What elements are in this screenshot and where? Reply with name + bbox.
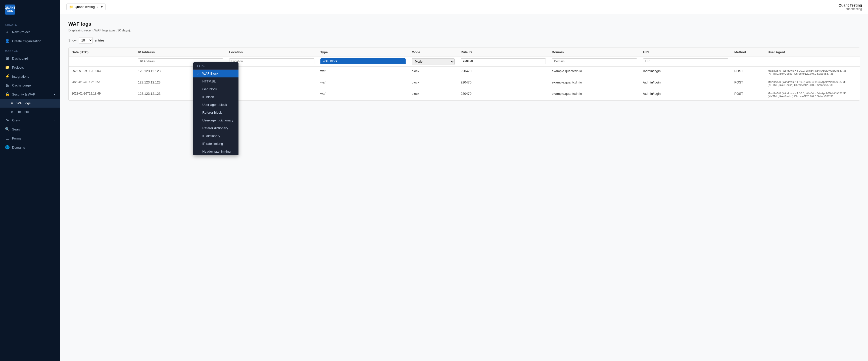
- sidebar-item-label: Cache purge: [12, 84, 31, 87]
- dropdown-item-geo-block[interactable]: Geo block: [193, 85, 239, 93]
- project-name-label: Quant Testing: [75, 5, 95, 9]
- cell-type-1: waf: [317, 67, 409, 78]
- col-domain: Domain: [549, 48, 640, 57]
- dashboard-icon: ⊞: [5, 56, 9, 61]
- dropdown-item-label: WAF Block: [202, 72, 218, 76]
- dropdown-item-header-rate-limiting[interactable]: Header rate limiting: [193, 148, 239, 155]
- content-area: WAF logs Displaying recent WAF logs (pas…: [60, 14, 868, 361]
- sidebar-item-projects[interactable]: 📁 Projects: [0, 63, 60, 72]
- entries-select[interactable]: 10 25 50 100: [79, 37, 93, 43]
- cell-agent-3: Mozilla/5.0 (Windows NT 10.0; Win64; x64…: [765, 89, 860, 100]
- sidebar: QUANTCDN CREATE + New Project 👤 Create O…: [0, 0, 60, 361]
- dropdown-item-label: IP block: [202, 95, 214, 99]
- location-filter-input[interactable]: [229, 58, 314, 64]
- forms-icon: ☰: [5, 136, 9, 141]
- cell-mode-2: block: [409, 78, 458, 89]
- filter-url: [640, 57, 731, 67]
- col-useragent: User Agent: [765, 48, 860, 57]
- search-sidebar-icon: 🔍: [5, 127, 9, 131]
- dropdown-header: Type: [193, 62, 239, 70]
- sidebar-item-create-org[interactable]: 👤 Create Organisation: [0, 36, 60, 46]
- controls-row: Show 10 25 50 100 entries: [68, 37, 860, 43]
- table-row: 2023-01-26T19:18:51 123.123.12.123 VE wa…: [69, 78, 860, 89]
- sidebar-item-label: Forms: [12, 137, 21, 140]
- cell-mode-1: block: [409, 67, 458, 78]
- ruleid-filter-input[interactable]: [461, 58, 546, 64]
- topbar-right: Quant Testing quanttesting: [839, 3, 862, 11]
- cell-agent-1: Mozilla/5.0 (Windows NT 10.0; Win64; x64…: [765, 67, 860, 78]
- cell-ruleid-2: 920470: [458, 78, 549, 89]
- dropdown-item-label: IP rate limiting: [202, 142, 223, 146]
- sidebar-item-search[interactable]: 🔍 Search: [0, 125, 60, 134]
- plus-icon: +: [5, 30, 9, 34]
- org-icon: 👤: [5, 39, 9, 43]
- col-mode: Mode: [409, 48, 458, 57]
- type-filter-input[interactable]: [320, 58, 406, 64]
- filter-row: Mode block allow monitor: [69, 57, 860, 67]
- sidebar-item-new-project[interactable]: + New Project: [0, 28, 60, 36]
- sidebar-item-domains[interactable]: 🌐 Domains: [0, 143, 60, 152]
- cell-domain-1: example.quantcdn.io: [549, 67, 640, 78]
- dropdown-item-label: Referer dictionary: [202, 126, 228, 130]
- dropdown-arrow-icon: ▾: [101, 5, 103, 9]
- sidebar-item-label: Crawl: [12, 118, 20, 122]
- cell-type-3: waf: [317, 89, 409, 100]
- entries-label: entries: [95, 38, 104, 42]
- page-title: WAF logs: [68, 21, 860, 27]
- dropdown-item-ip-rate-limiting[interactable]: IP rate limiting: [193, 140, 239, 148]
- sidebar-item-waf-logs[interactable]: ≡ WAF logs: [0, 99, 60, 108]
- sidebar-item-label: Security & WAF: [12, 92, 35, 96]
- sidebar-item-security-waf[interactable]: 🔒 Security & WAF ▾: [0, 90, 60, 99]
- integrations-icon: ⚡: [5, 74, 9, 79]
- dropdown-item-ip-dictionary[interactable]: IP dictionary: [193, 132, 239, 140]
- dropdown-item-ip-block[interactable]: IP block: [193, 93, 239, 101]
- sidebar-item-integrations[interactable]: ⚡ Integrations: [0, 72, 60, 81]
- sidebar-item-headers[interactable]: <> Headers: [0, 108, 60, 116]
- url-filter-input[interactable]: [643, 58, 728, 64]
- project-selector[interactable]: 📁 Quant Testing ← ▾: [66, 3, 105, 10]
- sidebar-item-dashboard[interactable]: ⊞ Dashboard: [0, 54, 60, 63]
- chevron-right-icon: ›: [54, 119, 55, 122]
- cell-location-2: VE: [226, 78, 317, 89]
- dropdown-item-label: Referer block: [202, 111, 222, 114]
- dropdown-item-waf-block[interactable]: ✓ WAF Block: [193, 70, 239, 78]
- sidebar-item-label: Headers: [17, 110, 29, 114]
- waf-logs-icon: ≡: [9, 101, 14, 105]
- cell-method-3: POST: [731, 89, 765, 100]
- sidebar-item-label: Projects: [12, 66, 24, 69]
- checkmark-icon: ✓: [197, 72, 200, 76]
- col-method: Method: [731, 48, 765, 57]
- sidebar-item-label: New Project: [12, 30, 30, 34]
- dropdown-item-label: Header rate limiting: [202, 150, 231, 153]
- cell-url-1: /admin/login: [640, 67, 731, 78]
- filter-useragent: [765, 57, 860, 67]
- dropdown-item-user-agent-dictionary[interactable]: User-agent dictionary: [193, 116, 239, 124]
- table-row: 2023-01-26T19:18:49 123.123.12.123 VE wa…: [69, 89, 860, 100]
- manage-section-label: MANAGE: [0, 46, 60, 54]
- sidebar-item-forms[interactable]: ☰ Forms: [0, 134, 60, 143]
- cell-location-3: VE: [226, 89, 317, 100]
- folder-icon: 📁: [69, 5, 73, 9]
- filter-location: [226, 57, 317, 67]
- dropdown-item-http-bl[interactable]: HTTP:BL: [193, 78, 239, 85]
- dropdown-item-referer-block[interactable]: Referer block: [193, 109, 239, 116]
- sidebar-item-cache-purge[interactable]: 🗎 Cache purge: [0, 81, 60, 90]
- cell-date-3: 2023-01-26T19:18:49: [69, 89, 135, 100]
- dropdown-item-user-agent-block[interactable]: User-agent block: [193, 101, 239, 109]
- logo-icon: QUANTCDN: [5, 4, 15, 14]
- filter-mode: Mode block allow monitor: [409, 57, 458, 67]
- cell-mode-3: block: [409, 89, 458, 100]
- mode-filter-select[interactable]: Mode block allow monitor: [412, 58, 455, 65]
- dropdown-item-referer-dictionary[interactable]: Referer dictionary: [193, 124, 239, 132]
- domain-filter-input[interactable]: [552, 58, 637, 64]
- domains-icon: 🌐: [5, 145, 9, 150]
- col-location: Location: [226, 48, 317, 57]
- cell-method-1: POST: [731, 67, 765, 78]
- sort-icon: ↓: [90, 51, 92, 54]
- filter-ruleid: [458, 57, 549, 67]
- dropdown-item-label: Geo block: [202, 87, 217, 91]
- cell-domain-2: example.quantcdn.io: [549, 78, 640, 89]
- create-section-label: CREATE: [0, 19, 60, 28]
- sidebar-item-crawl[interactable]: 👁 Crawl ›: [0, 116, 60, 125]
- col-date: Date (UTC) ↓: [69, 48, 135, 57]
